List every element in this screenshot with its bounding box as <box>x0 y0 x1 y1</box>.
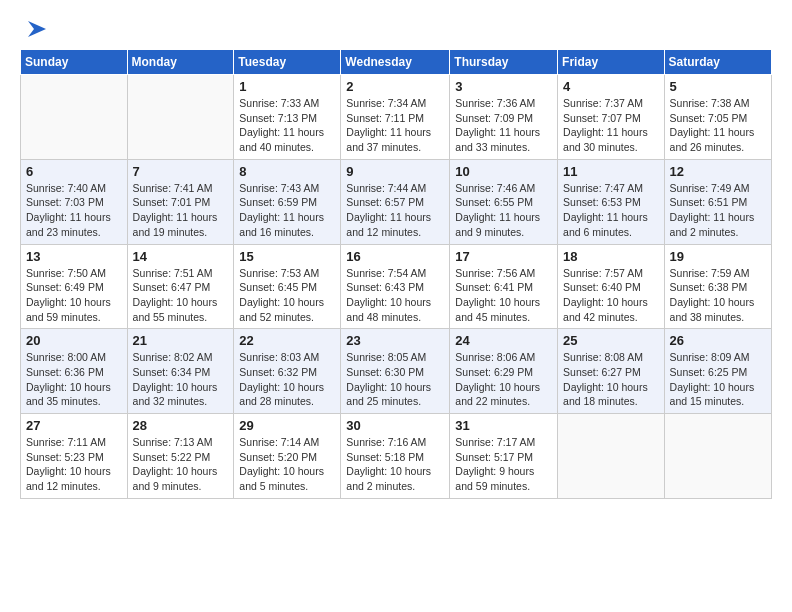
week-row-5: 27Sunrise: 7:11 AMSunset: 5:23 PMDayligh… <box>21 414 772 499</box>
day-number: 4 <box>563 79 659 94</box>
week-row-2: 6Sunrise: 7:40 AMSunset: 7:03 PMDaylight… <box>21 159 772 244</box>
calendar-cell: 12Sunrise: 7:49 AMSunset: 6:51 PMDayligh… <box>664 159 771 244</box>
calendar-cell: 13Sunrise: 7:50 AMSunset: 6:49 PMDayligh… <box>21 244 128 329</box>
calendar-cell: 18Sunrise: 7:57 AMSunset: 6:40 PMDayligh… <box>558 244 665 329</box>
calendar-cell: 17Sunrise: 7:56 AMSunset: 6:41 PMDayligh… <box>450 244 558 329</box>
day-info: Sunrise: 7:59 AMSunset: 6:38 PMDaylight:… <box>670 266 766 325</box>
day-number: 20 <box>26 333 122 348</box>
day-number: 11 <box>563 164 659 179</box>
calendar-cell: 20Sunrise: 8:00 AMSunset: 6:36 PMDayligh… <box>21 329 128 414</box>
calendar-cell: 23Sunrise: 8:05 AMSunset: 6:30 PMDayligh… <box>341 329 450 414</box>
day-number: 30 <box>346 418 444 433</box>
calendar-cell: 26Sunrise: 8:09 AMSunset: 6:25 PMDayligh… <box>664 329 771 414</box>
day-info: Sunrise: 8:02 AMSunset: 6:34 PMDaylight:… <box>133 350 229 409</box>
weekday-header-sunday: Sunday <box>21 50 128 75</box>
day-info: Sunrise: 7:41 AMSunset: 7:01 PMDaylight:… <box>133 181 229 240</box>
day-number: 2 <box>346 79 444 94</box>
day-number: 12 <box>670 164 766 179</box>
day-info: Sunrise: 7:14 AMSunset: 5:20 PMDaylight:… <box>239 435 335 494</box>
logo-arrow-icon <box>24 15 52 43</box>
weekday-header-friday: Friday <box>558 50 665 75</box>
day-number: 9 <box>346 164 444 179</box>
day-info: Sunrise: 8:06 AMSunset: 6:29 PMDaylight:… <box>455 350 552 409</box>
day-info: Sunrise: 7:54 AMSunset: 6:43 PMDaylight:… <box>346 266 444 325</box>
week-row-3: 13Sunrise: 7:50 AMSunset: 6:49 PMDayligh… <box>21 244 772 329</box>
day-info: Sunrise: 7:11 AMSunset: 5:23 PMDaylight:… <box>26 435 122 494</box>
calendar-cell: 31Sunrise: 7:17 AMSunset: 5:17 PMDayligh… <box>450 414 558 499</box>
weekday-header-monday: Monday <box>127 50 234 75</box>
calendar-cell: 8Sunrise: 7:43 AMSunset: 6:59 PMDaylight… <box>234 159 341 244</box>
calendar-cell: 27Sunrise: 7:11 AMSunset: 5:23 PMDayligh… <box>21 414 128 499</box>
day-info: Sunrise: 7:44 AMSunset: 6:57 PMDaylight:… <box>346 181 444 240</box>
calendar-cell <box>21 75 128 160</box>
logo <box>20 15 52 39</box>
week-row-4: 20Sunrise: 8:00 AMSunset: 6:36 PMDayligh… <box>21 329 772 414</box>
day-number: 22 <box>239 333 335 348</box>
calendar-cell: 29Sunrise: 7:14 AMSunset: 5:20 PMDayligh… <box>234 414 341 499</box>
day-info: Sunrise: 8:03 AMSunset: 6:32 PMDaylight:… <box>239 350 335 409</box>
calendar-cell: 22Sunrise: 8:03 AMSunset: 6:32 PMDayligh… <box>234 329 341 414</box>
day-info: Sunrise: 7:47 AMSunset: 6:53 PMDaylight:… <box>563 181 659 240</box>
day-info: Sunrise: 7:37 AMSunset: 7:07 PMDaylight:… <box>563 96 659 155</box>
day-info: Sunrise: 7:13 AMSunset: 5:22 PMDaylight:… <box>133 435 229 494</box>
day-number: 26 <box>670 333 766 348</box>
calendar-cell: 15Sunrise: 7:53 AMSunset: 6:45 PMDayligh… <box>234 244 341 329</box>
calendar-cell: 2Sunrise: 7:34 AMSunset: 7:11 PMDaylight… <box>341 75 450 160</box>
weekday-header-tuesday: Tuesday <box>234 50 341 75</box>
calendar-cell <box>127 75 234 160</box>
day-number: 28 <box>133 418 229 433</box>
calendar-cell: 11Sunrise: 7:47 AMSunset: 6:53 PMDayligh… <box>558 159 665 244</box>
day-info: Sunrise: 7:16 AMSunset: 5:18 PMDaylight:… <box>346 435 444 494</box>
day-number: 19 <box>670 249 766 264</box>
calendar-page: SundayMondayTuesdayWednesdayThursdayFrid… <box>0 0 792 612</box>
day-number: 21 <box>133 333 229 348</box>
calendar-cell <box>558 414 665 499</box>
day-info: Sunrise: 8:00 AMSunset: 6:36 PMDaylight:… <box>26 350 122 409</box>
calendar-cell: 4Sunrise: 7:37 AMSunset: 7:07 PMDaylight… <box>558 75 665 160</box>
calendar-cell: 10Sunrise: 7:46 AMSunset: 6:55 PMDayligh… <box>450 159 558 244</box>
day-number: 16 <box>346 249 444 264</box>
day-number: 14 <box>133 249 229 264</box>
day-number: 18 <box>563 249 659 264</box>
day-number: 23 <box>346 333 444 348</box>
calendar-cell <box>664 414 771 499</box>
week-row-1: 1Sunrise: 7:33 AMSunset: 7:13 PMDaylight… <box>21 75 772 160</box>
day-number: 13 <box>26 249 122 264</box>
day-number: 8 <box>239 164 335 179</box>
day-info: Sunrise: 7:36 AMSunset: 7:09 PMDaylight:… <box>455 96 552 155</box>
calendar-cell: 1Sunrise: 7:33 AMSunset: 7:13 PMDaylight… <box>234 75 341 160</box>
day-info: Sunrise: 7:33 AMSunset: 7:13 PMDaylight:… <box>239 96 335 155</box>
day-number: 5 <box>670 79 766 94</box>
calendar-cell: 25Sunrise: 8:08 AMSunset: 6:27 PMDayligh… <box>558 329 665 414</box>
weekday-header-wednesday: Wednesday <box>341 50 450 75</box>
day-number: 31 <box>455 418 552 433</box>
weekday-header-row: SundayMondayTuesdayWednesdayThursdayFrid… <box>21 50 772 75</box>
day-number: 29 <box>239 418 335 433</box>
day-info: Sunrise: 7:38 AMSunset: 7:05 PMDaylight:… <box>670 96 766 155</box>
calendar-cell: 30Sunrise: 7:16 AMSunset: 5:18 PMDayligh… <box>341 414 450 499</box>
calendar-cell: 14Sunrise: 7:51 AMSunset: 6:47 PMDayligh… <box>127 244 234 329</box>
svg-marker-0 <box>28 21 46 37</box>
calendar-cell: 28Sunrise: 7:13 AMSunset: 5:22 PMDayligh… <box>127 414 234 499</box>
calendar-cell: 5Sunrise: 7:38 AMSunset: 7:05 PMDaylight… <box>664 75 771 160</box>
day-info: Sunrise: 7:51 AMSunset: 6:47 PMDaylight:… <box>133 266 229 325</box>
calendar-cell: 6Sunrise: 7:40 AMSunset: 7:03 PMDaylight… <box>21 159 128 244</box>
day-info: Sunrise: 7:40 AMSunset: 7:03 PMDaylight:… <box>26 181 122 240</box>
day-info: Sunrise: 7:46 AMSunset: 6:55 PMDaylight:… <box>455 181 552 240</box>
day-number: 7 <box>133 164 229 179</box>
day-info: Sunrise: 8:09 AMSunset: 6:25 PMDaylight:… <box>670 350 766 409</box>
weekday-header-thursday: Thursday <box>450 50 558 75</box>
day-info: Sunrise: 8:08 AMSunset: 6:27 PMDaylight:… <box>563 350 659 409</box>
day-number: 3 <box>455 79 552 94</box>
calendar-table: SundayMondayTuesdayWednesdayThursdayFrid… <box>20 49 772 499</box>
calendar-cell: 9Sunrise: 7:44 AMSunset: 6:57 PMDaylight… <box>341 159 450 244</box>
day-number: 25 <box>563 333 659 348</box>
day-info: Sunrise: 7:43 AMSunset: 6:59 PMDaylight:… <box>239 181 335 240</box>
day-info: Sunrise: 7:17 AMSunset: 5:17 PMDaylight:… <box>455 435 552 494</box>
day-info: Sunrise: 7:57 AMSunset: 6:40 PMDaylight:… <box>563 266 659 325</box>
day-info: Sunrise: 7:50 AMSunset: 6:49 PMDaylight:… <box>26 266 122 325</box>
day-number: 17 <box>455 249 552 264</box>
calendar-cell: 16Sunrise: 7:54 AMSunset: 6:43 PMDayligh… <box>341 244 450 329</box>
day-number: 27 <box>26 418 122 433</box>
day-info: Sunrise: 7:49 AMSunset: 6:51 PMDaylight:… <box>670 181 766 240</box>
